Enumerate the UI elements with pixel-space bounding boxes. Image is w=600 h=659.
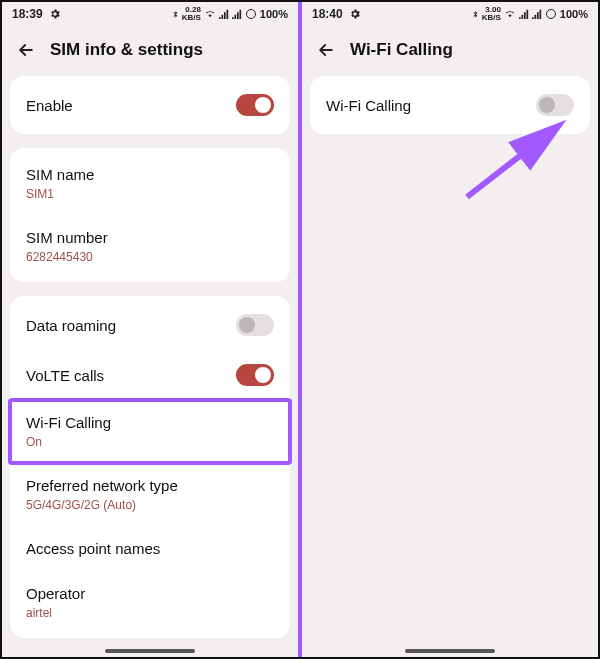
status-bar: 18:40 3.00KB/S 100% — [302, 2, 598, 26]
row-label: Wi-Fi Calling — [326, 97, 411, 114]
card-network: Data roaming VoLTE calls Wi-Fi Calling O… — [10, 296, 290, 638]
row-wifi-calling-toggle[interactable]: Wi-Fi Calling — [310, 80, 590, 130]
row-sim-name[interactable]: SIM name SIM1 — [10, 152, 290, 215]
row-value: airtel — [26, 606, 274, 620]
gear-icon — [349, 8, 361, 20]
status-time: 18:39 — [12, 7, 43, 21]
row-wifi-calling[interactable]: Wi-Fi Calling On — [10, 400, 290, 463]
battery-pct: 100% — [260, 8, 288, 20]
page-title: SIM info & settings — [50, 40, 203, 60]
bluetooth-icon — [471, 8, 479, 20]
row-sim-number[interactable]: SIM number 6282445430 — [10, 215, 290, 278]
back-icon[interactable] — [316, 40, 336, 60]
row-enable[interactable]: Enable — [10, 80, 290, 130]
row-label: SIM number — [26, 229, 274, 246]
back-icon[interactable] — [16, 40, 36, 60]
toggle-volte[interactable] — [236, 364, 274, 386]
settings-content: Enable SIM name SIM1 SIM number 62824454… — [2, 76, 298, 657]
phone-left: 18:39 0.28KB/S 100% SIM info & settings — [2, 2, 298, 657]
net-speed: 0.28KB/S — [182, 6, 201, 22]
card-wifi-calling: Wi-Fi Calling — [310, 76, 590, 134]
row-label: Access point names — [26, 540, 274, 557]
gesture-bar — [105, 649, 195, 653]
svg-point-0 — [246, 10, 255, 19]
gesture-bar — [405, 649, 495, 653]
card-sim-info: SIM name SIM1 SIM number 6282445430 — [10, 148, 290, 282]
status-time: 18:40 — [312, 7, 343, 21]
row-label: Operator — [26, 585, 274, 602]
page-header: Wi-Fi Calling — [302, 26, 598, 76]
row-apn[interactable]: Access point names — [10, 526, 290, 571]
gear-icon — [49, 8, 61, 20]
toggle-enable[interactable] — [236, 94, 274, 116]
row-label: VoLTE calls — [26, 367, 104, 384]
wifi-icon — [204, 9, 216, 19]
row-value: SIM1 — [26, 187, 274, 201]
signal-icon-2 — [232, 9, 242, 19]
row-value: 6282445430 — [26, 250, 274, 264]
toggle-wifi-calling[interactable] — [536, 94, 574, 116]
signal-icon — [219, 9, 229, 19]
phone-right: 18:40 3.00KB/S 100% Wi-Fi Calling — [302, 2, 598, 657]
page-title: Wi-Fi Calling — [350, 40, 453, 60]
row-volte[interactable]: VoLTE calls — [10, 350, 290, 400]
signal-icon — [519, 9, 529, 19]
page-header: SIM info & settings — [2, 26, 298, 76]
row-value: On — [26, 435, 274, 449]
toggle-data-roaming[interactable] — [236, 314, 274, 336]
battery-icon — [545, 8, 557, 20]
row-data-roaming[interactable]: Data roaming — [10, 300, 290, 350]
row-label: Data roaming — [26, 317, 116, 334]
row-label: Enable — [26, 97, 73, 114]
row-operator[interactable]: Operator airtel — [10, 571, 290, 634]
wifi-icon — [504, 9, 516, 19]
row-label: Preferred network type — [26, 477, 274, 494]
row-label: SIM name — [26, 166, 274, 183]
card-enable: Enable — [10, 76, 290, 134]
signal-icon-2 — [532, 9, 542, 19]
battery-icon — [245, 8, 257, 20]
status-bar: 18:39 0.28KB/S 100% — [2, 2, 298, 26]
row-label: Wi-Fi Calling — [26, 414, 274, 431]
row-preferred-network[interactable]: Preferred network type 5G/4G/3G/2G (Auto… — [10, 463, 290, 526]
net-speed: 3.00KB/S — [482, 6, 501, 22]
row-value: 5G/4G/3G/2G (Auto) — [26, 498, 274, 512]
bluetooth-icon — [171, 8, 179, 20]
screenshot-pair: 18:39 0.28KB/S 100% SIM info & settings — [0, 0, 600, 659]
settings-content: Wi-Fi Calling — [302, 76, 598, 657]
svg-point-1 — [546, 10, 555, 19]
battery-pct: 100% — [560, 8, 588, 20]
